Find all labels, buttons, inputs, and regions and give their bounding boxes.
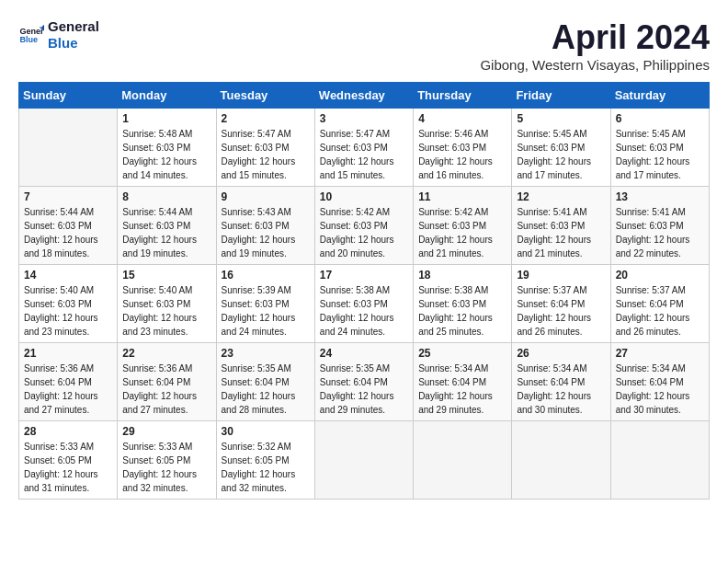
day-number: 15 [122,269,210,282]
day-info: Sunrise: 5:40 AMSunset: 6:03 PMDaylight:… [24,283,112,339]
table-row [414,421,512,500]
day-number: 27 [616,347,704,360]
calendar-week-5: 28Sunrise: 5:33 AMSunset: 6:05 PMDayligh… [19,421,710,500]
title-section: April 2024 Gibong, Western Visayas, Phil… [480,18,710,73]
day-info: Sunrise: 5:44 AMSunset: 6:03 PMDaylight:… [24,205,112,260]
table-row: 24Sunrise: 5:35 AMSunset: 6:04 PMDayligh… [314,343,413,421]
table-row [19,109,118,187]
day-number: 26 [517,347,605,360]
day-info: Sunrise: 5:47 AMSunset: 6:03 PMDaylight:… [222,127,310,182]
header-tuesday: Tuesday [216,83,314,109]
day-info: Sunrise: 5:34 AMSunset: 6:04 PMDaylight:… [616,362,704,417]
day-info: Sunrise: 5:37 AMSunset: 6:04 PMDaylight:… [517,283,605,339]
day-number: 10 [320,190,408,203]
day-info: Sunrise: 5:43 AMSunset: 6:03 PMDaylight:… [222,205,310,260]
svg-text:Blue: Blue [19,35,38,44]
table-row: 8Sunrise: 5:44 AMSunset: 6:03 PMDaylight… [118,187,216,265]
table-row: 4Sunrise: 5:46 AMSunset: 6:03 PMDaylight… [414,109,512,187]
calendar-table: Sunday Monday Tuesday Wednesday Thursday… [18,82,710,500]
day-info: Sunrise: 5:39 AMSunset: 6:03 PMDaylight:… [222,283,310,339]
day-info: Sunrise: 5:33 AMSunset: 6:05 PMDaylight:… [122,440,210,495]
table-row: 5Sunrise: 5:45 AMSunset: 6:03 PMDaylight… [512,109,610,187]
day-info: Sunrise: 5:45 AMSunset: 6:03 PMDaylight:… [616,127,704,182]
day-info: Sunrise: 5:34 AMSunset: 6:04 PMDaylight:… [418,362,506,417]
table-row: 11Sunrise: 5:42 AMSunset: 6:03 PMDayligh… [414,187,512,265]
day-number: 23 [222,347,310,360]
table-row: 23Sunrise: 5:35 AMSunset: 6:04 PMDayligh… [216,343,314,421]
header-saturday: Saturday [610,83,709,109]
table-row [314,421,413,500]
table-row: 7Sunrise: 5:44 AMSunset: 6:03 PMDaylight… [19,187,118,265]
day-number: 13 [616,190,704,203]
day-info: Sunrise: 5:40 AMSunset: 6:03 PMDaylight:… [122,283,210,339]
table-row: 14Sunrise: 5:40 AMSunset: 6:03 PMDayligh… [19,265,118,343]
day-info: Sunrise: 5:45 AMSunset: 6:03 PMDaylight:… [517,127,605,182]
day-number: 12 [517,190,605,203]
table-row: 21Sunrise: 5:36 AMSunset: 6:04 PMDayligh… [19,343,118,421]
day-number: 22 [122,347,210,360]
table-row: 10Sunrise: 5:42 AMSunset: 6:03 PMDayligh… [314,187,413,265]
day-info: Sunrise: 5:44 AMSunset: 6:03 PMDaylight:… [122,205,210,260]
calendar-header-row: Sunday Monday Tuesday Wednesday Thursday… [19,83,710,109]
calendar-week-3: 14Sunrise: 5:40 AMSunset: 6:03 PMDayligh… [19,265,710,343]
day-number: 3 [320,112,408,125]
table-row: 16Sunrise: 5:39 AMSunset: 6:03 PMDayligh… [216,265,314,343]
logo-text-blue: Blue [48,35,99,52]
day-info: Sunrise: 5:47 AMSunset: 6:03 PMDaylight:… [320,127,408,182]
day-number: 7 [24,190,112,203]
header-thursday: Thursday [414,83,512,109]
header-sunday: Sunday [19,83,118,109]
day-info: Sunrise: 5:48 AMSunset: 6:03 PMDaylight:… [122,127,210,182]
table-row: 2Sunrise: 5:47 AMSunset: 6:03 PMDaylight… [216,109,314,187]
day-number: 14 [24,269,112,282]
day-info: Sunrise: 5:33 AMSunset: 6:05 PMDaylight:… [24,440,112,495]
logo-icon: General Blue [18,22,44,48]
table-row: 3Sunrise: 5:47 AMSunset: 6:03 PMDaylight… [314,109,413,187]
day-info: Sunrise: 5:37 AMSunset: 6:04 PMDaylight:… [616,283,704,339]
day-number: 9 [222,190,310,203]
table-row: 13Sunrise: 5:41 AMSunset: 6:03 PMDayligh… [610,187,709,265]
day-number: 19 [517,269,605,282]
day-number: 28 [24,425,112,438]
table-row: 1Sunrise: 5:48 AMSunset: 6:03 PMDaylight… [118,109,216,187]
day-info: Sunrise: 5:36 AMSunset: 6:04 PMDaylight:… [122,362,210,417]
day-number: 1 [122,112,210,125]
table-row: 26Sunrise: 5:34 AMSunset: 6:04 PMDayligh… [512,343,610,421]
day-number: 6 [616,112,704,125]
day-number: 8 [122,190,210,203]
day-number: 25 [418,347,506,360]
day-info: Sunrise: 5:34 AMSunset: 6:04 PMDaylight:… [517,362,605,417]
logo-text-general: General [48,18,99,35]
month-title: April 2024 [480,18,710,57]
header-friday: Friday [512,83,610,109]
day-number: 17 [320,269,408,282]
header-wednesday: Wednesday [314,83,413,109]
day-info: Sunrise: 5:42 AMSunset: 6:03 PMDaylight:… [320,205,408,260]
day-info: Sunrise: 5:35 AMSunset: 6:04 PMDaylight:… [320,362,408,417]
day-number: 18 [418,269,506,282]
table-row: 22Sunrise: 5:36 AMSunset: 6:04 PMDayligh… [118,343,216,421]
day-number: 4 [418,112,506,125]
day-info: Sunrise: 5:38 AMSunset: 6:03 PMDaylight:… [320,283,408,339]
day-number: 30 [222,425,310,438]
day-number: 20 [616,269,704,282]
day-info: Sunrise: 5:32 AMSunset: 6:05 PMDaylight:… [222,440,310,495]
day-info: Sunrise: 5:35 AMSunset: 6:04 PMDaylight:… [222,362,310,417]
day-number: 29 [122,425,210,438]
day-number: 24 [320,347,408,360]
logo: General Blue General Blue [18,18,99,52]
table-row [610,421,709,500]
day-number: 16 [222,269,310,282]
table-row [512,421,610,500]
calendar-week-2: 7Sunrise: 5:44 AMSunset: 6:03 PMDaylight… [19,187,710,265]
table-row: 6Sunrise: 5:45 AMSunset: 6:03 PMDaylight… [610,109,709,187]
day-number: 21 [24,347,112,360]
day-number: 11 [418,190,506,203]
table-row: 19Sunrise: 5:37 AMSunset: 6:04 PMDayligh… [512,265,610,343]
table-row: 27Sunrise: 5:34 AMSunset: 6:04 PMDayligh… [610,343,709,421]
table-row: 17Sunrise: 5:38 AMSunset: 6:03 PMDayligh… [314,265,413,343]
day-number: 2 [222,112,310,125]
table-row: 18Sunrise: 5:38 AMSunset: 6:03 PMDayligh… [414,265,512,343]
table-row: 15Sunrise: 5:40 AMSunset: 6:03 PMDayligh… [118,265,216,343]
table-row: 25Sunrise: 5:34 AMSunset: 6:04 PMDayligh… [414,343,512,421]
